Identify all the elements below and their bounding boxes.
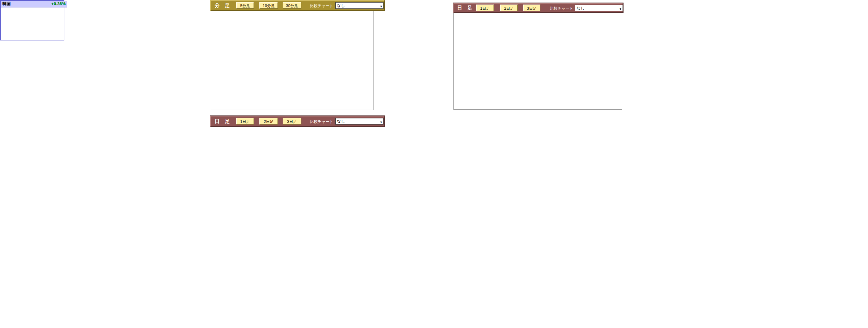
daily-tabbar-title: 日 足 — [457, 5, 474, 11]
trading-dashboard: 韓国+0.36% 分 足 5分足 10分足 30分足 比較チャート なし ▼ 日… — [0, 0, 868, 328]
market-cell-header: 韓国+0.36% — [1, 1, 67, 7]
chevron-down-icon: ▼ — [619, 6, 622, 12]
compare-chart-value: なし — [577, 6, 585, 10]
world-indices-grid: 韓国+0.36% — [0, 0, 193, 81]
compare-chart-select[interactable]: なし ▼ — [335, 118, 383, 124]
technical-charts-row — [0, 134, 868, 328]
compare-chart-value: なし — [337, 3, 345, 8]
daily-tabbar: 日 足 1日足 2日足 3日足 比較チャート なし ▼ — [454, 3, 623, 13]
compare-chart-select[interactable]: なし ▼ — [335, 2, 383, 9]
tab-1day[interactable]: 1日足 — [236, 118, 254, 124]
day-tabbar: 日 足 1日足 2日足 3日足 比較チャート なし ▼ — [210, 116, 385, 127]
tab-3day[interactable]: 3日足 — [523, 4, 540, 11]
minute-chart-panel: 分 足 5分足 10分足 30分足 比較チャート なし ▼ — [210, 0, 406, 115]
day-tabbar-title: 日 足 — [215, 118, 231, 124]
minute-chart-area[interactable] — [211, 11, 374, 110]
compare-chart-label: 比較チャート — [550, 6, 574, 11]
compare-chart-label: 比較チャート — [310, 3, 334, 9]
tab-1day[interactable]: 1日足 — [476, 4, 494, 11]
minute-tabbar: 分 足 5分足 10分足 30分足 比較チャート なし ▼ — [210, 0, 385, 11]
minute-tabbar-title: 分 足 — [215, 3, 231, 9]
compare-chart-value: なし — [337, 119, 345, 124]
market-title: 韓国 — [2, 1, 11, 7]
daily-chart-panel: 日 足 1日足 2日足 3日足 比較チャート なし ▼ — [454, 3, 645, 118]
daily-chart-area[interactable] — [454, 13, 622, 110]
day-tabbar-panel: 日 足 1日足 2日足 3日足 比較チャート なし ▼ — [210, 116, 406, 127]
compare-chart-select[interactable]: なし ▼ — [575, 5, 623, 11]
chevron-down-icon: ▼ — [380, 119, 382, 125]
compare-chart-label: 比較チャート — [310, 119, 334, 124]
market-change-pct: +0.36% — [52, 1, 66, 7]
tab-5min[interactable]: 5分足 — [236, 2, 254, 9]
chevron-down-icon: ▼ — [380, 4, 382, 9]
market-cell-^KS11[interactable]: 韓国+0.36% — [0, 0, 64, 40]
tab-2day[interactable]: 2日足 — [259, 118, 278, 124]
tab-2day[interactable]: 2日足 — [500, 4, 518, 11]
tab-3day[interactable]: 3日足 — [283, 118, 301, 124]
tab-10min[interactable]: 10分足 — [259, 2, 278, 9]
tab-30min[interactable]: 30分足 — [283, 2, 301, 9]
